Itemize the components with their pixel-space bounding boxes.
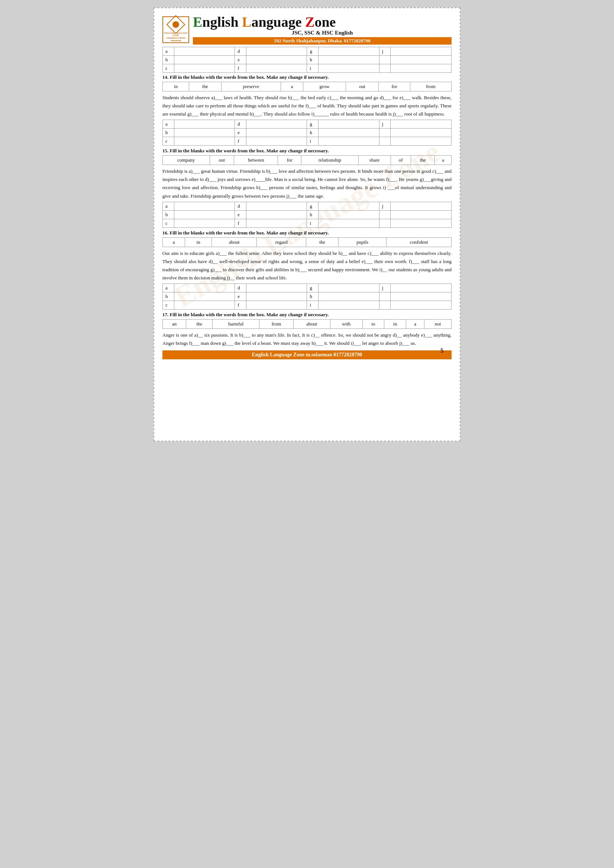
q14b-label-h: h (307, 129, 318, 137)
q16b-val-e (246, 293, 307, 301)
q15b-label-a: a (163, 202, 174, 210)
header-text: English Language Zone JSC, SSC & HSC Eng… (193, 15, 451, 45)
q15-word-box: company out between for relationship sha… (163, 155, 451, 165)
q16b-val-i (318, 301, 380, 310)
q15-paragraph: Friendship is a)___ great human virtue. … (163, 167, 451, 200)
q14-val-h (318, 56, 380, 64)
q16-word-in: in (185, 237, 212, 247)
q16b-val-d (246, 284, 307, 293)
q14-answer-grid-bottom: a d g j b e h (163, 119, 451, 146)
q14-val-d (246, 47, 307, 56)
q14-val-a (174, 47, 235, 56)
title-z: Z (305, 14, 315, 30)
q15-word-for: for (278, 156, 301, 165)
q14-label-empty2 (379, 64, 391, 73)
q14-word-out: out (346, 82, 378, 91)
page: English Language Zone ENGLISH LANGUAGE Z… (154, 8, 460, 442)
logo-circle-icon (172, 21, 179, 28)
q15-answer-grid-bottom: a d g j b e h (163, 202, 451, 228)
q17-instruction: 17. Fill in the blanks with the words fr… (163, 312, 451, 318)
q15b-label-empty1 (379, 210, 391, 219)
title-e: E (193, 14, 202, 30)
q14-label-d: d (235, 47, 247, 56)
q14-label-b: b (163, 56, 174, 64)
q15b-label-f: f (235, 219, 247, 228)
q15b-val-h (318, 210, 380, 219)
q16b-val-h (318, 293, 380, 301)
header-sub: JSC, SSC & HSC English (193, 30, 451, 36)
q14-label-e: e (235, 56, 247, 64)
logo-box: ENGLISH LANGUAGE ZONE Committed to Bette… (163, 16, 189, 43)
page-number: 5 (440, 347, 443, 354)
q15b-label-empty2 (379, 219, 391, 228)
q14-section: a d g j b e h (163, 47, 451, 146)
q15-word-the: the (411, 156, 435, 165)
q14b-label-c: c (163, 137, 174, 146)
q14b-val-e (246, 129, 307, 137)
q15b-val-j (391, 202, 451, 210)
q14-word-for: for (379, 82, 410, 91)
q14b-label-empty2 (379, 137, 391, 146)
q15-word-share: share (358, 156, 391, 165)
q14-val-c (174, 64, 235, 73)
q17-word-harmful: harmful (212, 319, 259, 329)
q14b-val-f (246, 137, 307, 146)
q15b-label-e: e (235, 210, 247, 219)
q16b-val-c (174, 301, 235, 310)
q14-paragraph: Students should observe a)___ laws of he… (163, 94, 451, 118)
q16b-val-f (246, 301, 307, 310)
logo-diamond-icon (166, 15, 186, 34)
q15b-val-f (246, 219, 307, 228)
q15-section: 15. Fill in the blanks with the words fr… (163, 148, 451, 228)
q16-word-the: the (306, 237, 339, 247)
q15b-label-g: g (307, 202, 318, 210)
q14-word-a: a (281, 82, 303, 91)
q14-word-grow: grow (303, 82, 346, 91)
q16-word-confident: confident (386, 237, 451, 247)
footer: English Language Zone m.solaeman 0177282… (163, 350, 451, 359)
q15b-val-d (246, 202, 307, 210)
q15b-val-g (318, 202, 380, 210)
q14-label-empty1 (379, 56, 391, 64)
q17-word-from: from (259, 319, 293, 329)
q15b-label-i: i (307, 219, 318, 228)
q14b-label-i: i (307, 137, 318, 146)
header-title: English Language Zone (193, 15, 451, 29)
q14b-label-empty1 (379, 129, 391, 137)
q15-word-out: out (209, 156, 234, 165)
q14-word-in: in (163, 82, 189, 91)
q15-word-relationship: relationship (301, 156, 358, 165)
q14b-label-d: d (235, 120, 247, 129)
q17-word-box: an the harmful from about with to in a n… (163, 319, 451, 329)
q16b-label-i: i (307, 301, 318, 310)
q14b-val-j (391, 120, 451, 129)
q16b-val-b (174, 293, 235, 301)
q15b-val-c (174, 219, 235, 228)
q14b-val-d (246, 120, 307, 129)
q14-val-empty2 (391, 64, 451, 73)
header: ENGLISH LANGUAGE ZONE Committed to Bette… (163, 15, 451, 45)
q17-word-to: to (362, 319, 384, 329)
q14-val-g (318, 47, 380, 56)
q15-word-company: company (163, 156, 210, 165)
q15b-label-d: d (235, 202, 247, 210)
q14-val-e (246, 56, 307, 64)
q16b-label-j: j (379, 284, 391, 293)
q16-word-pupils: pupils (339, 237, 386, 247)
q17-paragraph: Anger is one of a)__ six passions. It is… (163, 331, 451, 347)
q14-label-c: c (163, 64, 174, 73)
q14b-label-b: b (163, 129, 174, 137)
q17-word-not: not (425, 319, 451, 329)
q16b-label-d: d (235, 284, 247, 293)
q17-word-a: a (406, 319, 424, 329)
q14b-val-g (318, 120, 380, 129)
q14-label-i: i (307, 64, 318, 73)
q17-word-the: the (186, 319, 212, 329)
q16-word-regard: regard (257, 237, 306, 247)
q15-instruction: 15. Fill in the blanks with the words fr… (163, 148, 451, 154)
q15b-val-empty1 (391, 210, 451, 219)
q14b-val-c (174, 137, 235, 146)
q15b-val-a (174, 202, 235, 210)
q16b-label-a: a (163, 284, 174, 293)
q15b-label-b: b (163, 210, 174, 219)
